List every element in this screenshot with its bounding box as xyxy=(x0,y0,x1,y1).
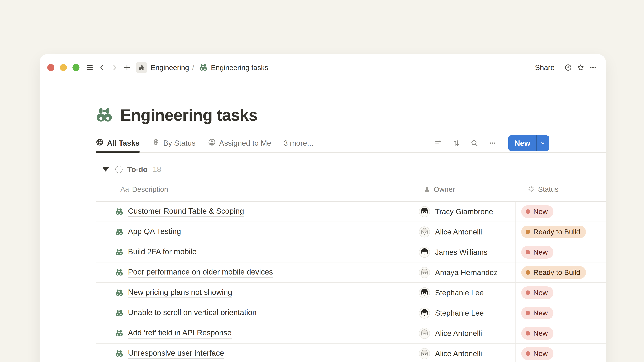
new-button-label[interactable]: New xyxy=(508,135,536,151)
owner-cell[interactable]: James Williams xyxy=(416,242,516,262)
task-title-link[interactable]: Customer Round Table & Scoping xyxy=(128,206,244,217)
status-cell[interactable]: New xyxy=(516,242,606,262)
status-badge[interactable]: New xyxy=(521,205,554,218)
owner-cell[interactable]: Alice Antonelli xyxy=(416,222,516,242)
owner-cell[interactable]: Alice Antonelli xyxy=(416,323,516,343)
table-row[interactable]: Unable to scroll on vertical orientation… xyxy=(96,303,606,323)
description-cell[interactable]: Add ‘ref’ field in API Response xyxy=(96,323,416,343)
page-title[interactable]: Engineering tasks xyxy=(120,106,258,124)
share-button[interactable]: Share xyxy=(535,63,554,72)
zoom-window-button[interactable] xyxy=(72,64,80,71)
view-tabs-bar: All Tasks By Status Assigned to Me 3 mor… xyxy=(96,134,606,153)
table-row[interactable]: Unresponsive user interface Alice Antone… xyxy=(96,344,606,362)
status-cell[interactable]: Ready to Build xyxy=(516,263,606,282)
search-icon[interactable] xyxy=(470,138,479,148)
sidebar-menu-icon[interactable] xyxy=(85,63,94,72)
tab-3-more[interactable]: 3 more... xyxy=(284,134,314,152)
status-label: Ready to Build xyxy=(533,228,580,236)
view-options-icon[interactable] xyxy=(488,138,497,148)
status-badge[interactable]: New xyxy=(521,286,554,299)
binoculars-icon xyxy=(115,289,123,297)
workspace-building-icon[interactable] xyxy=(136,62,147,73)
sort-icon[interactable] xyxy=(452,138,461,148)
status-dot-icon xyxy=(526,250,530,254)
forward-icon[interactable] xyxy=(110,63,120,72)
status-label: New xyxy=(533,329,548,337)
tab-all-tasks[interactable]: All Tasks xyxy=(96,134,140,152)
group-count: 18 xyxy=(153,165,161,174)
status-dot-icon xyxy=(526,311,530,315)
binoculars-icon xyxy=(115,329,123,337)
owner-name: Stephanie Lee xyxy=(435,289,484,297)
status-badge[interactable]: New xyxy=(521,347,554,360)
status-badge[interactable]: New xyxy=(521,246,554,259)
new-page-icon[interactable] xyxy=(122,63,132,72)
task-title-link[interactable]: Build 2FA for mobile xyxy=(128,247,196,257)
tab-assigned-to-me[interactable]: Assigned to Me xyxy=(208,134,271,152)
status-badge[interactable]: New xyxy=(521,307,554,320)
table-row[interactable]: Customer Round Table & Scoping Tracy Gia… xyxy=(96,202,606,222)
description-cell[interactable]: Customer Round Table & Scoping xyxy=(96,202,416,222)
owner-name: Tracy Giambrone xyxy=(435,207,493,216)
status-cell[interactable]: New xyxy=(516,303,606,323)
owner-cell[interactable]: Alice Antonelli xyxy=(416,344,516,362)
tab-by-status[interactable]: By Status xyxy=(152,134,196,152)
text-property-icon: Aa xyxy=(120,185,129,193)
task-title-link[interactable]: New pricing plans not showing xyxy=(128,288,232,298)
column-header-status[interactable]: Status xyxy=(516,185,606,193)
table-row[interactable]: Add ‘ref’ field in API Response Alice An… xyxy=(96,323,606,344)
binoculars-icon xyxy=(115,228,123,236)
owner-cell[interactable]: Amaya Hernandez xyxy=(416,263,516,282)
owner-cell[interactable]: Tracy Giambrone xyxy=(416,202,516,222)
status-badge[interactable]: Ready to Build xyxy=(521,266,586,279)
avatar xyxy=(419,226,430,238)
description-cell[interactable]: Poor performance on older mobile devices xyxy=(96,263,416,282)
description-cell[interactable]: Unresponsive user interface xyxy=(96,344,416,362)
minimize-window-button[interactable] xyxy=(60,64,67,71)
table-row[interactable]: App QA Testing Alice Antonelli Ready to … xyxy=(96,222,606,242)
status-cell[interactable]: New xyxy=(516,202,606,222)
owner-cell[interactable]: Stephanie Lee xyxy=(416,283,516,303)
description-cell[interactable]: New pricing plans not showing xyxy=(96,283,416,303)
breadcrumb-current[interactable]: Engineering tasks xyxy=(211,63,268,72)
new-button[interactable]: New xyxy=(508,135,549,151)
task-title-link[interactable]: Unable to scroll on vertical orientation xyxy=(128,308,256,318)
task-title-link[interactable]: Unresponsive user interface xyxy=(128,349,224,359)
window-toolbar: Engineering / Engineering tasks Share xyxy=(40,54,606,81)
status-cell[interactable]: New xyxy=(516,323,606,343)
breadcrumb-parent[interactable]: Engineering xyxy=(150,63,189,72)
column-header-owner[interactable]: Owner xyxy=(416,185,516,193)
task-title-link[interactable]: Poor performance on older mobile devices xyxy=(128,267,273,278)
avatar xyxy=(419,247,430,258)
task-title-link[interactable]: App QA Testing xyxy=(128,227,181,237)
more-options-icon[interactable] xyxy=(588,63,598,72)
status-label: New xyxy=(533,248,548,256)
column-header-description[interactable]: Aa Description xyxy=(96,185,416,193)
filter-icon[interactable] xyxy=(434,138,443,148)
binoculars-icon[interactable] xyxy=(96,107,113,124)
table-row[interactable]: Build 2FA for mobile James Williams New xyxy=(96,242,606,263)
status-cell[interactable]: New xyxy=(516,344,606,362)
group-name[interactable]: To-do xyxy=(127,165,148,174)
description-cell[interactable]: Build 2FA for mobile xyxy=(96,242,416,262)
table-row[interactable]: New pricing plans not showing Stephanie … xyxy=(96,283,606,303)
new-button-dropdown[interactable] xyxy=(536,135,549,151)
binoculars-icon xyxy=(115,248,123,256)
back-icon[interactable] xyxy=(97,63,107,72)
table-row[interactable]: Poor performance on older mobile devices… xyxy=(96,263,606,283)
collapse-triangle-icon[interactable] xyxy=(102,167,109,172)
favorite-star-icon[interactable] xyxy=(576,63,586,72)
close-window-button[interactable] xyxy=(47,64,54,71)
status-badge[interactable]: New xyxy=(521,327,554,340)
status-cell[interactable]: New xyxy=(516,283,606,303)
description-cell[interactable]: App QA Testing xyxy=(96,222,416,242)
task-title-link[interactable]: Add ‘ref’ field in API Response xyxy=(128,328,232,339)
todo-status-circle-icon xyxy=(115,166,122,173)
updates-clock-icon[interactable] xyxy=(563,63,573,72)
window-controls xyxy=(45,64,84,71)
owner-cell[interactable]: Stephanie Lee xyxy=(416,303,516,323)
status-cell[interactable]: Ready to Build xyxy=(516,222,606,242)
avatar xyxy=(419,287,430,298)
description-cell[interactable]: Unable to scroll on vertical orientation xyxy=(96,303,416,323)
status-badge[interactable]: Ready to Build xyxy=(521,226,586,238)
